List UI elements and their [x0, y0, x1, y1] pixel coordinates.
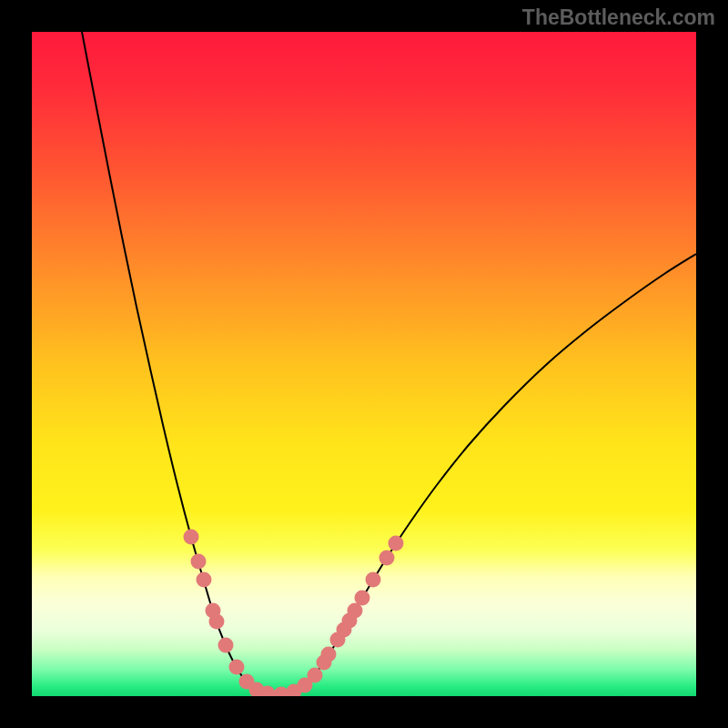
plot-area	[32, 32, 696, 696]
data-dot	[379, 551, 395, 566]
data-dot	[355, 591, 370, 606]
bottleneck-curve	[82, 32, 696, 694]
data-dot	[218, 638, 234, 653]
data-dot	[308, 668, 323, 683]
watermark-text: TheBottleneck.com	[522, 5, 715, 30]
data-dot	[366, 572, 381, 588]
data-dot	[321, 647, 337, 662]
chart-frame: TheBottleneck.com	[0, 0, 728, 728]
data-dot	[191, 554, 207, 570]
data-dot	[389, 536, 404, 551]
data-dot	[197, 572, 212, 588]
data-dot	[184, 530, 199, 545]
data-dot	[229, 660, 245, 675]
data-dot	[209, 614, 225, 630]
